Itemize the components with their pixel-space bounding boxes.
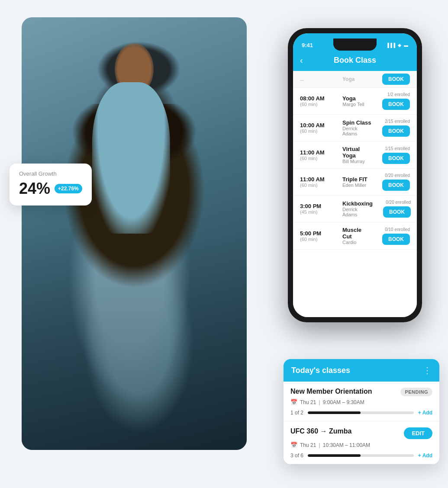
class-time-range-0: 9:00AM – 9:30AM: [323, 399, 364, 405]
table-row: 10:00 AM (60 min) Spin Class Derrick Ada…: [293, 115, 417, 141]
phone-body: 9:41 ▐▐▐ ◈ ▬ ‹ Book Class ...: [288, 28, 422, 322]
growth-card: Overall Growth 24% +22.76%: [10, 164, 92, 205]
back-button[interactable]: ‹: [300, 55, 303, 65]
growth-value: 24%: [19, 180, 50, 198]
list-item: UFC 360 → Zumba EDIT 📅 Thu 21 | 10:30AM …: [284, 421, 439, 464]
phone-mockup: 9:41 ▐▐▐ ◈ ▬ ‹ Book Class ...: [288, 28, 422, 322]
book-button-2[interactable]: BOOK: [382, 153, 410, 164]
table-row: 3:00 PM (45 min) Kickboxing Derrick Adam…: [293, 196, 417, 222]
list-item: New Member Orientation PENDING 📅 Thu 21 …: [284, 382, 439, 421]
progress-bar-1: [308, 454, 414, 457]
growth-badge: +22.76%: [55, 184, 82, 193]
menu-dots-icon[interactable]: ⋮: [423, 365, 432, 376]
add-link-0[interactable]: + Add: [418, 410, 432, 416]
class-day-1: Thu 21: [300, 442, 316, 448]
table-row-partial: ... Yoga BOOK: [293, 71, 417, 88]
background-photo: [22, 17, 247, 450]
battery-icon: ▬: [404, 43, 408, 48]
table-row: 11:00 AM (60 min) Triple FIT Eden Miller…: [293, 169, 417, 196]
class-list: ... Yoga BOOK 08:00 AM (60 min): [293, 71, 417, 317]
progress-label-1: 3 of 6: [290, 453, 303, 459]
status-icons: ▐▐▐ ◈ ▬: [386, 43, 408, 48]
phone-screen: 9:41 ▐▐▐ ◈ ▬ ‹ Book Class ...: [293, 33, 417, 317]
phone-header: ‹ Book Class: [293, 52, 417, 71]
class-item-name-1: UFC 360 → Zumba: [290, 427, 351, 435]
wifi-icon: ◈: [398, 43, 401, 48]
book-button-0[interactable]: BOOK: [382, 99, 410, 110]
todays-classes-title: Today's classes: [291, 366, 350, 375]
book-button-1[interactable]: BOOK: [382, 125, 410, 137]
book-button-partial[interactable]: BOOK: [382, 74, 410, 85]
class-item-name-0: New Member Orientation: [290, 388, 372, 395]
edit-button[interactable]: EDIT: [404, 427, 432, 439]
table-row: 5:00 PM (60 min) Muscle Cut Cardio 0/10 …: [293, 222, 417, 250]
class-day-0: Thu 21: [300, 399, 316, 405]
pending-badge: PENDING: [400, 388, 432, 396]
progress-fill-0: [308, 411, 361, 414]
book-button-4[interactable]: BOOK: [383, 206, 411, 218]
status-time: 9:41: [302, 42, 313, 48]
todays-header: Today's classes ⋮: [284, 359, 439, 382]
book-button-5[interactable]: BOOK: [382, 234, 410, 245]
calendar-icon: 📅: [290, 399, 297, 405]
phone-screen-title: Book Class: [334, 56, 376, 65]
growth-label: Overall Growth: [19, 170, 82, 177]
class-time-range-1: 10:30AM – 11:00AM: [323, 442, 370, 448]
table-row: 08:00 AM (60 min) Yoga Margo Tell 1/2 en…: [293, 88, 417, 115]
progress-bar-0: [308, 411, 414, 414]
book-button-3[interactable]: BOOK: [382, 180, 410, 191]
progress-label-0: 1 of 2: [290, 410, 303, 416]
signal-icon: ▐▐▐: [386, 43, 395, 48]
progress-fill-1: [308, 454, 361, 457]
add-link-1[interactable]: + Add: [418, 453, 432, 459]
todays-classes-card: Today's classes ⋮ New Member Orientation…: [284, 359, 439, 464]
phone-notch: [333, 39, 377, 51]
table-row: 11:00 AM (60 min) Virtual Yoga Bill Murr…: [293, 141, 417, 169]
calendar-icon-1: 📅: [290, 442, 297, 448]
